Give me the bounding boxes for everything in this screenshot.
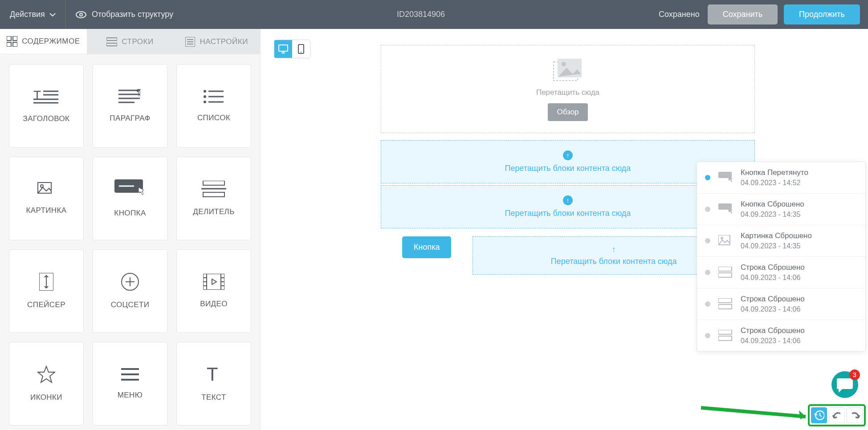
history-item-title: Кнопка Перетянуто	[741, 168, 808, 177]
history-item[interactable]: Строка Сброшено 04.09.2023 - 14:06	[697, 257, 865, 288]
continue-button[interactable]: Продолжить	[784, 4, 860, 24]
block-list[interactable]: СПИСОК	[176, 64, 251, 148]
block-label: СПИСОК	[197, 114, 230, 122]
history-dot	[705, 207, 710, 212]
icons-icon	[37, 365, 55, 383]
image-dropzone[interactable]: Перетащить сюда Обзор	[381, 45, 755, 133]
save-status-label: Сохранено	[659, 10, 700, 19]
undo-button[interactable]	[829, 407, 845, 423]
block-label: ТЕКСТ	[201, 393, 226, 402]
spacer-icon	[39, 273, 53, 291]
block-label: СОЦСЕТИ	[111, 300, 150, 309]
history-item[interactable]: Кнопка Сброшено 04.09.2023 - 14:35	[697, 194, 865, 225]
history-dot	[705, 238, 710, 243]
device-desktop[interactable]	[274, 40, 292, 58]
block-text[interactable]: ТЕКСТ	[176, 342, 251, 426]
history-item-time: 04.09.2023 - 14:06	[741, 274, 805, 282]
tab-rows-label: СТРОКИ	[122, 37, 153, 46]
topbar: Действия Отобразить структуру ID20381490…	[0, 0, 868, 29]
history-item-time: 04.09.2023 - 14:52	[741, 179, 808, 187]
sidebar: СОДЕРЖИМОЕ СТРОКИ НАСТРОЙКИ ЗАГОЛОВОК ПА…	[0, 29, 261, 430]
history-item[interactable]: Кнопка Перетянуто 04.09.2023 - 14:52	[697, 162, 865, 194]
history-item-title: Строка Сброшено	[741, 263, 805, 272]
tab-rows[interactable]: СТРОКИ	[87, 29, 174, 54]
tab-content-label: СОДЕРЖИМОЕ	[22, 37, 80, 46]
video-icon	[203, 274, 224, 290]
tab-settings-label: НАСТРОЙКИ	[200, 37, 248, 46]
save-button[interactable]: Сохранить	[708, 4, 778, 24]
tab-settings[interactable]: НАСТРОЙКИ	[173, 29, 260, 54]
actions-label: Действия	[10, 10, 45, 19]
history-item-icon	[718, 267, 733, 278]
redo-button[interactable]	[847, 407, 863, 423]
show-structure-label: Отобразить структуру	[92, 10, 173, 19]
history-dot	[705, 175, 710, 180]
history-item[interactable]: Строка Сброшено 04.09.2023 - 14:06	[697, 288, 865, 320]
block-image[interactable]: КАРТИНКА	[9, 157, 84, 240]
history-icon	[814, 410, 824, 421]
block-video[interactable]: ВИДЕО	[176, 249, 251, 333]
history-item-time: 04.09.2023 - 14:35	[741, 242, 812, 250]
desktop-icon	[278, 45, 288, 53]
block-label: МЕНЮ	[118, 391, 143, 400]
history-toggle-button[interactable]	[811, 407, 827, 423]
block-label: КАРТИНКА	[26, 206, 66, 215]
history-item-title: Картинка Сброшено	[741, 231, 812, 240]
history-item-icon	[718, 203, 733, 215]
history-item-icon	[718, 330, 733, 341]
social-icon	[121, 273, 139, 291]
blocks-grid: ЗАГОЛОВОК ПАРАГРАФ СПИСОК КАРТИНКА КНОПК…	[9, 64, 251, 426]
block-menu[interactable]: МЕНЮ	[93, 342, 167, 426]
history-item-time: 04.09.2023 - 14:06	[741, 337, 805, 345]
block-paragraph[interactable]: ПАРАГРАФ	[93, 64, 167, 148]
paragraph-icon	[118, 89, 142, 104]
block-label: ИКОНКИ	[30, 393, 62, 402]
history-item-icon	[718, 172, 733, 183]
browse-button[interactable]: Обзор	[548, 103, 587, 121]
document-id: ID203814906	[183, 10, 659, 19]
text-icon	[207, 365, 221, 383]
block-label: ДЕЛИТЕЛЬ	[193, 207, 234, 216]
history-item[interactable]: Картинка Сброшено 04.09.2023 - 14:35	[697, 225, 865, 257]
history-item-icon	[718, 235, 733, 247]
canvas: Перетащить сюда Обзор ↑ Перетащить блоки…	[261, 29, 868, 430]
image-icon	[37, 182, 55, 196]
annotation-arrow	[699, 403, 815, 421]
chat-icon	[837, 377, 853, 393]
mobile-icon	[297, 44, 306, 54]
button-element[interactable]: Кнопка	[402, 236, 451, 258]
content-drop-hint: Перетащить блоки контента сюда	[505, 164, 631, 173]
show-structure-toggle[interactable]: Отобразить структуру	[66, 0, 183, 29]
divider-icon	[201, 181, 226, 198]
block-spacer[interactable]: СПЕЙСЕР	[9, 249, 84, 333]
list-icon	[203, 89, 224, 104]
button-icon	[114, 179, 146, 199]
block-label: ЗАГОЛОВОК	[23, 114, 70, 123]
chat-button[interactable]: 3	[831, 371, 858, 398]
block-label: СПЕЙСЕР	[27, 300, 65, 309]
heading-icon	[33, 89, 59, 105]
rows-icon	[106, 37, 117, 47]
history-item[interactable]: Строка Сброшено 04.09.2023 - 14:06	[697, 320, 865, 351]
redo-icon	[849, 410, 860, 421]
block-label: ВИДЕО	[200, 300, 228, 308]
block-icons[interactable]: ИКОНКИ	[9, 342, 84, 426]
block-heading[interactable]: ЗАГОЛОВОК	[9, 64, 84, 148]
block-divider[interactable]: ДЕЛИТЕЛЬ	[176, 157, 251, 240]
settings-icon	[185, 37, 195, 47]
history-panel: Кнопка Перетянуто 04.09.2023 - 14:52 Кно…	[697, 162, 866, 352]
image-drop-hint: Перетащить сюда	[536, 88, 599, 97]
actions-dropdown[interactable]: Действия	[0, 0, 66, 29]
device-mobile[interactable]	[292, 40, 310, 58]
history-item-title: Кнопка Сброшено	[741, 200, 804, 209]
block-label: КНОПКА	[114, 209, 146, 218]
history-item-icon	[718, 298, 733, 310]
grid-icon	[7, 36, 17, 47]
history-dot	[705, 270, 710, 275]
block-social[interactable]: СОЦСЕТИ	[93, 249, 167, 333]
chevron-down-icon	[49, 13, 56, 16]
block-label: ПАРАГРАФ	[110, 114, 150, 123]
sidebar-tabs: СОДЕРЖИМОЕ СТРОКИ НАСТРОЙКИ	[0, 29, 260, 54]
block-button[interactable]: КНОПКА	[93, 157, 167, 240]
tab-content[interactable]: СОДЕРЖИМОЕ	[0, 29, 87, 54]
